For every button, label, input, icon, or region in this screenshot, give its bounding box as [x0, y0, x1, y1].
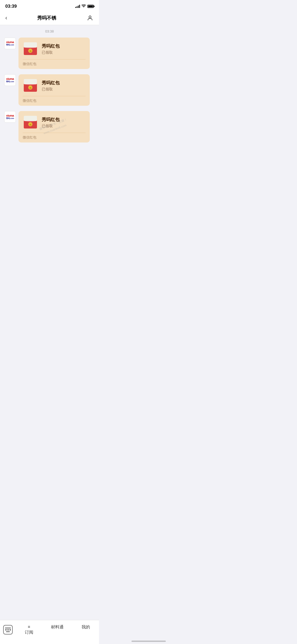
avatar: xiuma 秀吗.com: [4, 74, 16, 86]
status-bar: 03:39: [0, 0, 99, 11]
battery-icon: [87, 5, 94, 8]
red-packet-divider: [23, 133, 86, 133]
wifi-icon: [82, 4, 86, 8]
avatar-logo: xiuma 秀吗.com: [6, 114, 14, 120]
profile-button[interactable]: [86, 14, 94, 22]
message-row: xiuma 秀吗.com 福 秀吗红包 已领取: [4, 74, 95, 106]
avatar: xiuma 秀吗.com: [4, 111, 16, 123]
svg-text:福: 福: [29, 50, 31, 52]
svg-rect-12: [24, 116, 37, 121]
red-packet-title: 秀吗红包: [42, 43, 86, 49]
avatar-logo: xiuma 秀吗.com: [6, 40, 14, 46]
page-title: 秀吗不锈: [37, 15, 56, 21]
svg-text:福: 福: [29, 86, 31, 89]
status-time: 03:39: [5, 4, 17, 9]
red-packet-status: 已领取: [42, 50, 86, 55]
avatar: xiuma 秀吗.com: [4, 38, 16, 49]
chat-area: 03:38 xiuma 秀吗.com: [0, 25, 99, 177]
svg-text:福: 福: [29, 123, 31, 126]
red-packet-bubble[interactable]: 福 秀吗红包 已领取 微信红包: [18, 74, 90, 106]
message-row: xiuma 秀吗.com 福: [4, 38, 95, 69]
red-packet-bubble[interactable]: 福 秀吗红包 已领取 微信红包: [18, 38, 90, 69]
status-icons: [75, 4, 94, 8]
red-packet-info: 秀吗红包 已领取: [42, 43, 86, 55]
red-packet-title: 秀吗红包: [42, 117, 86, 123]
svg-point-0: [89, 16, 91, 18]
avatar-logo-top: xiuma: [6, 40, 14, 44]
red-packet-label: 微信红包: [23, 62, 86, 66]
message-row: xiuma 秀吗.com 福 秀吗红包 已领取: [4, 111, 95, 142]
signal-icon: [75, 5, 80, 8]
red-packet-label: 微信红包: [23, 98, 86, 103]
svg-rect-7: [24, 79, 37, 84]
red-packet-bubble[interactable]: 福 秀吗红包 已领取 微信红包 赚客吧，有奖一起赚！ www.zuanke8.c…: [18, 111, 90, 142]
red-packet-divider: [23, 59, 86, 59]
red-packet-divider: [23, 96, 86, 96]
red-packet-label: 微信红包: [23, 135, 86, 140]
red-packet-status: 已领取: [42, 87, 86, 92]
red-packet-info: 秀吗红包 已领取: [42, 80, 86, 92]
red-packet-title: 秀吗红包: [42, 80, 86, 86]
back-button[interactable]: ‹: [5, 15, 7, 21]
nav-bar: ‹ 秀吗不锈: [0, 11, 99, 25]
chat-timestamp: 03:38: [4, 29, 95, 33]
avatar-logo: xiuma 秀吗.com: [6, 77, 14, 83]
red-packet-info: 秀吗红包 已领取: [42, 117, 86, 128]
red-packet-status: 已领取: [42, 124, 86, 128]
svg-rect-2: [24, 42, 37, 48]
